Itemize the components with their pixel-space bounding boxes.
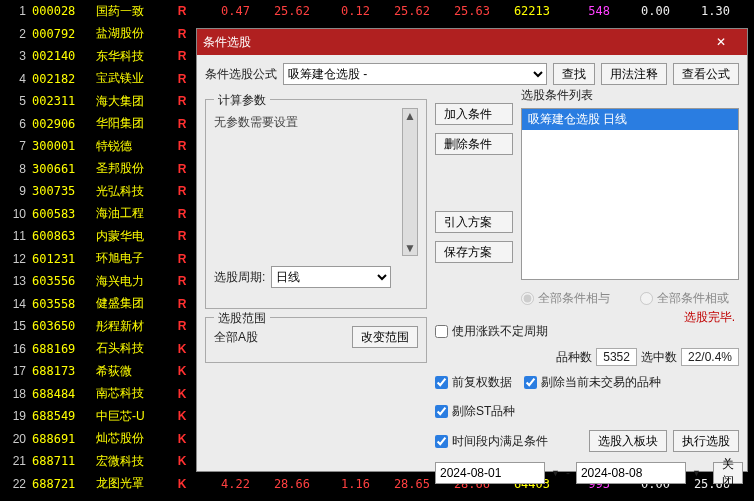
chevron-down-icon[interactable]: ▼ <box>551 468 560 478</box>
stock-flag: K <box>174 477 190 491</box>
row-index: 9 <box>4 184 26 198</box>
row-index: 16 <box>4 342 26 356</box>
stock-code: 002311 <box>26 94 96 108</box>
stock-code: 603558 <box>26 297 96 311</box>
stock-flag: K <box>174 342 190 356</box>
condition-list-item[interactable]: 吸筹建仓选股 日线 <box>522 109 738 130</box>
params-legend: 计算参数 <box>214 92 270 109</box>
stock-value: 28.65 <box>370 477 430 491</box>
params-fieldset: 计算参数 无参数需要设置 ▲▼ 选股周期: 日线 <box>205 99 427 309</box>
stock-name: 华阳集团 <box>96 115 174 132</box>
date-from-input[interactable] <box>435 462 545 484</box>
row-index: 15 <box>4 319 26 333</box>
stock-value: 1.30 <box>670 4 730 18</box>
stock-name: 灿芯股份 <box>96 430 174 447</box>
ck-st[interactable]: 剔除ST品种 <box>435 403 515 420</box>
stock-flag: R <box>174 207 190 221</box>
stock-code: 603650 <box>26 319 96 333</box>
stock-flag: K <box>174 364 190 378</box>
stock-value: 1.16 <box>310 477 370 491</box>
params-scrollbar[interactable]: ▲▼ <box>402 108 418 256</box>
stock-name: 特锐德 <box>96 138 174 155</box>
stock-code: 688169 <box>26 342 96 356</box>
condition-list-label: 选股条件列表 <box>521 87 739 104</box>
import-plan-button[interactable]: 引入方案 <box>435 211 513 233</box>
params-text: 无参数需要设置 <box>214 108 402 256</box>
date-to-input[interactable] <box>576 462 686 484</box>
stock-name: 东华科技 <box>96 48 174 65</box>
dialog-titlebar[interactable]: 条件选股 ✕ <box>197 29 747 55</box>
to-block-button[interactable]: 选股入板块 <box>589 430 667 452</box>
row-index: 4 <box>4 72 26 86</box>
period-select[interactable]: 日线 <box>271 266 391 288</box>
stock-code: 002906 <box>26 117 96 131</box>
stock-value: 0.00 <box>610 4 670 18</box>
stock-flag: R <box>174 117 190 131</box>
stock-flag: R <box>174 72 190 86</box>
date-sep: - <box>566 466 570 480</box>
stock-flag: R <box>174 27 190 41</box>
stock-code: 002140 <box>26 49 96 63</box>
close-icon[interactable]: ✕ <box>701 32 741 52</box>
stock-value: 25.62 <box>250 4 310 18</box>
stock-flag: R <box>174 4 190 18</box>
stock-name: 彤程新材 <box>96 318 174 335</box>
radio-or[interactable]: 全部条件相或 <box>640 290 729 307</box>
close-button[interactable]: 关闭 <box>713 462 743 484</box>
stock-flag: K <box>174 409 190 423</box>
ck-range[interactable]: 时间段内满足条件 <box>435 433 548 450</box>
delete-condition-button[interactable]: 删除条件 <box>435 133 513 155</box>
row-index: 7 <box>4 139 26 153</box>
row-index: 19 <box>4 409 26 423</box>
count-label: 品种数 <box>556 349 592 366</box>
period-label: 选股周期: <box>214 269 265 286</box>
stock-flag: R <box>174 274 190 288</box>
stock-code: 688691 <box>26 432 96 446</box>
stock-code: 603556 <box>26 274 96 288</box>
stock-value: 4.22 <box>190 477 250 491</box>
stock-code: 601231 <box>26 252 96 266</box>
find-button[interactable]: 查找 <box>553 63 595 85</box>
stock-flag: R <box>174 184 190 198</box>
stock-name: 海兴电力 <box>96 273 174 290</box>
stock-flag: R <box>174 252 190 266</box>
row-index: 3 <box>4 49 26 63</box>
add-condition-button[interactable]: 加入条件 <box>435 103 513 125</box>
stock-code: 688711 <box>26 454 96 468</box>
stock-name: 光弘科技 <box>96 183 174 200</box>
stock-name: 圣邦股份 <box>96 160 174 177</box>
stock-name: 中巨芯-U <box>96 408 174 425</box>
row-index: 21 <box>4 454 26 468</box>
ck-fq[interactable]: 前复权数据 <box>435 374 512 391</box>
stock-flag: R <box>174 162 190 176</box>
radio-and[interactable]: 全部条件相与 <box>521 290 610 307</box>
stock-name: 南芯科技 <box>96 385 174 402</box>
view-formula-button[interactable]: 查看公式 <box>673 63 739 85</box>
formula-select[interactable]: 吸筹建仓选股 - <box>283 63 547 85</box>
stock-name: 宏微科技 <box>96 453 174 470</box>
scope-legend: 选股范围 <box>214 310 270 327</box>
row-index: 5 <box>4 94 26 108</box>
row-index: 2 <box>4 27 26 41</box>
row-index: 20 <box>4 432 26 446</box>
ck-indefinite[interactable]: 使用涨跌不定周期 <box>435 323 739 340</box>
run-selection-button[interactable]: 执行选股 <box>673 430 739 452</box>
scroll-down-icon[interactable]: ▼ <box>404 241 416 255</box>
stock-value: 0.47 <box>190 4 250 18</box>
chevron-down-icon[interactable]: ▼ <box>692 468 701 478</box>
stock-row[interactable]: 1000028国药一致R0.4725.620.1225.6225.6362213… <box>0 0 754 23</box>
hit-label: 选中数 <box>641 349 677 366</box>
scope-fieldset: 选股范围 全部A股 改变范围 <box>205 317 427 363</box>
change-scope-button[interactable]: 改变范围 <box>352 326 418 348</box>
stock-code: 688549 <box>26 409 96 423</box>
save-plan-button[interactable]: 保存方案 <box>435 241 513 263</box>
stock-name: 健盛集团 <box>96 295 174 312</box>
stock-code: 600583 <box>26 207 96 221</box>
stock-name: 石头科技 <box>96 340 174 357</box>
stock-code: 688484 <box>26 387 96 401</box>
ck-notrade[interactable]: 剔除当前未交易的品种 <box>524 374 661 391</box>
row-index: 8 <box>4 162 26 176</box>
condition-listbox[interactable]: 吸筹建仓选股 日线 <box>521 108 739 280</box>
usage-button[interactable]: 用法注释 <box>601 63 667 85</box>
scroll-up-icon[interactable]: ▲ <box>404 109 416 123</box>
